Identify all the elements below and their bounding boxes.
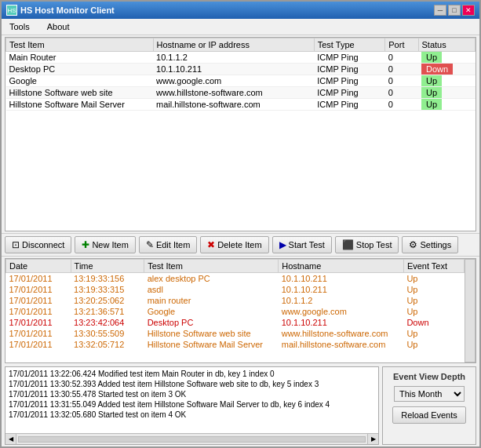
event-log-line: 17/01/2011 13:31:55.049 Added test item … xyxy=(7,399,377,410)
main-row-hostname: mail.hillstone-software.com xyxy=(153,99,314,111)
main-row-test-type: ICMP Ping xyxy=(314,52,385,64)
log-table-row[interactable]: 17/01/201113:19:33:315asdl10.1.10.211Up xyxy=(6,284,465,295)
log-row-time: 13:21:36:571 xyxy=(71,306,144,317)
disconnect-button[interactable]: ⊡ Disconnect xyxy=(5,236,71,253)
menu-about[interactable]: About xyxy=(42,20,75,33)
hscroll-track xyxy=(18,436,366,443)
event-log-line: 17/01/2011 13:30:55.478 Started test on … xyxy=(7,389,377,399)
log-row-test-item: Google xyxy=(144,306,279,317)
log-row-hostname: 10.1.10.211 xyxy=(279,317,404,328)
main-row-test-type: ICMP Ping xyxy=(314,64,385,75)
log-row-event-text: Up xyxy=(403,328,464,339)
close-button[interactable]: ✕ xyxy=(462,5,475,16)
event-depth-panel: Event View Depth This MonthTodayThis Wee… xyxy=(382,366,476,445)
event-log-line: 17/01/2011 13:32:05.680 Started test on … xyxy=(7,410,377,420)
settings-icon: ⚙ xyxy=(409,239,417,250)
main-row-hostname: www.hillstone-software.com xyxy=(153,87,314,99)
delete-item-button[interactable]: ✖ Delete Item xyxy=(200,236,268,253)
log-col-hostname: Hostname xyxy=(279,260,404,273)
log-row-hostname: www.hillstone-software.com xyxy=(279,328,404,339)
log-row-hostname: 10.1.10.211 xyxy=(279,284,404,295)
main-row-test-item: Main Router xyxy=(6,52,154,64)
main-table-row[interactable]: Googlewww.google.comICMP Ping0Up xyxy=(6,75,476,87)
reload-events-button[interactable]: Reload Events xyxy=(392,406,466,424)
log-row-test-item: Hillstone Software web site xyxy=(144,328,279,339)
event-depth-label: Event View Depth xyxy=(393,372,465,381)
status-badge: Up xyxy=(421,99,442,110)
log-row-date: 17/01/2011 xyxy=(6,339,71,350)
log-row-time: 13:30:55:509 xyxy=(71,328,144,339)
hscroll-right-btn[interactable]: ▶ xyxy=(367,434,378,444)
main-table-row[interactable]: Main Router10.1.1.2ICMP Ping0Up xyxy=(6,52,476,64)
title-controls: ─ □ ✕ xyxy=(434,5,475,16)
col-port: Port xyxy=(385,38,418,52)
new-item-button[interactable]: ✚ New Item xyxy=(75,236,135,253)
log-col-eventtext: Event Text xyxy=(403,260,464,273)
log-row-time: 13:23:42:064 xyxy=(71,317,144,328)
main-row-test-item: Desktop PC xyxy=(6,64,154,75)
log-row-event-text: Up xyxy=(403,295,464,306)
disconnect-icon: ⊡ xyxy=(12,239,20,250)
log-table-row[interactable]: 17/01/201113:23:42:064Desktop PC10.1.10.… xyxy=(6,317,465,328)
edit-item-button[interactable]: ✎ Edit Item xyxy=(139,236,197,253)
main-window: HS HS Host Monitor Client ─ □ ✕ Tools Ab… xyxy=(0,0,481,448)
log-table-row[interactable]: 17/01/201113:20:25:062main router10.1.1.… xyxy=(6,295,465,306)
event-log-line: 17/01/2011 13:30:52.393 Added test item … xyxy=(7,379,377,389)
col-test-type: Test Type xyxy=(314,38,385,52)
log-table-row[interactable]: 17/01/201113:19:33:156alex desktop PC10.… xyxy=(6,273,465,285)
log-row-date: 17/01/2011 xyxy=(6,317,71,328)
log-row-event-text: Up xyxy=(403,284,464,295)
log-scrollbar-v[interactable] xyxy=(465,259,476,362)
col-hostname: Hostname or IP address xyxy=(153,38,314,52)
main-row-port: 0 xyxy=(385,64,418,75)
log-row-date: 17/01/2011 xyxy=(6,328,71,339)
main-row-test-type: ICMP Ping xyxy=(314,75,385,87)
menu-tools[interactable]: Tools xyxy=(5,20,35,33)
main-table-row[interactable]: Desktop PC10.1.10.211ICMP Ping0Down xyxy=(6,64,476,75)
main-row-status: Up xyxy=(418,87,475,99)
log-row-date: 17/01/2011 xyxy=(6,284,71,295)
minimize-button[interactable]: ─ xyxy=(434,5,446,16)
main-table-row[interactable]: Hillstone Software Mail Servermail.hills… xyxy=(6,99,476,111)
new-item-icon: ✚ xyxy=(82,239,89,250)
main-row-hostname: 10.1.10.211 xyxy=(153,64,314,75)
main-row-port: 0 xyxy=(385,52,418,64)
status-badge: Down xyxy=(421,64,453,75)
log-row-time: 13:32:05:712 xyxy=(71,339,144,350)
col-status: Status xyxy=(418,38,475,52)
main-row-status: Up xyxy=(418,52,475,64)
log-row-time: 13:19:33:156 xyxy=(71,273,144,285)
main-row-status: Up xyxy=(418,75,475,87)
log-table-row[interactable]: 17/01/201113:21:36:571Googlewww.google.c… xyxy=(6,306,465,317)
status-badge: Up xyxy=(421,87,442,98)
log-row-event-text: Up xyxy=(403,339,464,350)
settings-label: Settings xyxy=(420,240,451,249)
log-row-time: 13:19:33:315 xyxy=(71,284,144,295)
bottom-section: 17/01/2011 13:22:06.424 Modified test it… xyxy=(5,366,476,445)
log-table-row[interactable]: 17/01/201113:30:55:509Hillstone Software… xyxy=(6,328,465,339)
window-title: HS Host Monitor Client xyxy=(20,5,115,15)
stop-test-button[interactable]: ⬛ Stop Test xyxy=(335,236,399,253)
maximize-button[interactable]: □ xyxy=(448,5,461,16)
start-test-button[interactable]: ▶ Start Test xyxy=(272,236,332,253)
event-log-line: 17/01/2011 13:22:06.424 Modified test it… xyxy=(7,369,377,379)
toolbar: ⊡ Disconnect ✚ New Item ✎ Edit Item ✖ De… xyxy=(2,233,479,257)
log-row-test-item: asdl xyxy=(144,284,279,295)
edit-item-label: Edit Item xyxy=(156,240,190,249)
settings-button[interactable]: ⚙ Settings xyxy=(402,236,458,253)
status-badge: Up xyxy=(421,52,442,63)
edit-item-icon: ✎ xyxy=(146,239,154,250)
main-row-port: 0 xyxy=(385,87,418,99)
main-row-port: 0 xyxy=(385,75,418,87)
main-row-status: Down xyxy=(418,64,475,75)
main-row-hostname: 10.1.1.2 xyxy=(153,52,314,64)
start-test-label: Start Test xyxy=(289,240,325,249)
log-table-row[interactable]: 17/01/201113:32:05:712Hillstone Software… xyxy=(6,339,465,350)
delete-item-icon: ✖ xyxy=(207,239,215,250)
main-row-test-type: ICMP Ping xyxy=(314,87,385,99)
hscroll-left-btn[interactable]: ◀ xyxy=(5,434,16,444)
main-table-row[interactable]: Hillstone Software web sitewww.hillstone… xyxy=(6,87,476,99)
main-table-container: Test Item Hostname or IP address Test Ty… xyxy=(5,37,476,231)
event-depth-select[interactable]: This MonthTodayThis WeekAll xyxy=(394,386,465,402)
log-row-hostname: mail.hillstone-software.com xyxy=(279,339,404,350)
